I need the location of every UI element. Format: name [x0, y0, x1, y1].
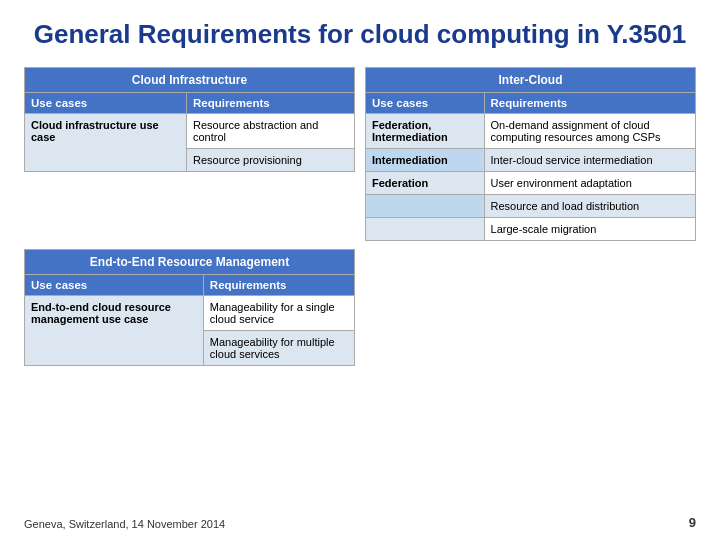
end-to-end-col-usecases: Use cases — [25, 274, 204, 295]
cloud-infra-header: Cloud Infrastructure — [25, 67, 355, 92]
inter-cloud-col-usecases: Use cases — [366, 92, 485, 113]
cloud-infra-row-1: Cloud infrastructure use case Resource a… — [25, 113, 355, 148]
inter-cloud-req-2: Inter-cloud service intermediation — [484, 148, 695, 171]
page-title: General Requirements for cloud computing… — [24, 18, 696, 51]
inter-cloud-col-requirements: Requirements — [484, 92, 695, 113]
inter-cloud-req-4: Resource and load distribution — [484, 194, 695, 217]
inter-cloud-usecase-1: Federation, Intermediation — [366, 113, 485, 148]
cloud-infra-req-1b: Resource provisioning — [186, 148, 354, 171]
inter-cloud-req-3: User environment adaptation — [484, 171, 695, 194]
inter-cloud-usecase-2: Intermediation — [366, 148, 485, 171]
cloud-infra-usecase-1: Cloud infrastructure use case — [25, 113, 187, 171]
end-to-end-req-1b: Manageability for multiple cloud service… — [203, 330, 354, 365]
cloud-infra-section: Cloud Infrastructure Use cases Requireme… — [24, 67, 355, 172]
inter-cloud-table: Inter-Cloud Use cases Requirements Feder… — [365, 67, 696, 241]
cloud-infra-col-usecases: Use cases — [25, 92, 187, 113]
inter-cloud-row-5: Large-scale migration — [366, 217, 696, 240]
inter-cloud-section: Inter-Cloud Use cases Requirements Feder… — [365, 67, 696, 241]
inter-cloud-row-3: Federation User environment adaptation — [366, 171, 696, 194]
page: General Requirements for cloud computing… — [0, 0, 720, 540]
inter-cloud-usecase-4 — [366, 194, 485, 217]
cloud-infra-req-1a: Resource abstraction and control — [186, 113, 354, 148]
inter-cloud-header: Inter-Cloud — [366, 67, 696, 92]
inter-cloud-req-1: On-demand assignment of cloud computing … — [484, 113, 695, 148]
cloud-infra-col-requirements: Requirements — [186, 92, 354, 113]
end-to-end-row-1: End-to-end cloud resource management use… — [25, 295, 355, 330]
end-to-end-header: End-to-End Resource Management — [25, 249, 355, 274]
end-to-end-section: End-to-End Resource Management Use cases… — [24, 249, 355, 366]
bottom-section: End-to-End Resource Management Use cases… — [24, 249, 696, 366]
end-to-end-req-1a: Manageability for a single cloud service — [203, 295, 354, 330]
inter-cloud-usecase-5 — [366, 217, 485, 240]
right-spacer — [365, 249, 696, 366]
footer-text: Geneva, Switzerland, 14 November 2014 — [24, 518, 225, 530]
inter-cloud-row-1: Federation, Intermediation On-demand ass… — [366, 113, 696, 148]
inter-cloud-req-5: Large-scale migration — [484, 217, 695, 240]
inter-cloud-row-2: Intermediation Inter-cloud service inter… — [366, 148, 696, 171]
inter-cloud-row-4: Resource and load distribution — [366, 194, 696, 217]
page-number: 9 — [689, 515, 696, 530]
end-to-end-col-requirements: Requirements — [203, 274, 354, 295]
end-to-end-table: End-to-End Resource Management Use cases… — [24, 249, 355, 366]
cloud-infra-table: Cloud Infrastructure Use cases Requireme… — [24, 67, 355, 172]
top-tables-row: Cloud Infrastructure Use cases Requireme… — [24, 67, 696, 241]
end-to-end-usecase-1: End-to-end cloud resource management use… — [25, 295, 204, 365]
inter-cloud-usecase-3: Federation — [366, 171, 485, 194]
